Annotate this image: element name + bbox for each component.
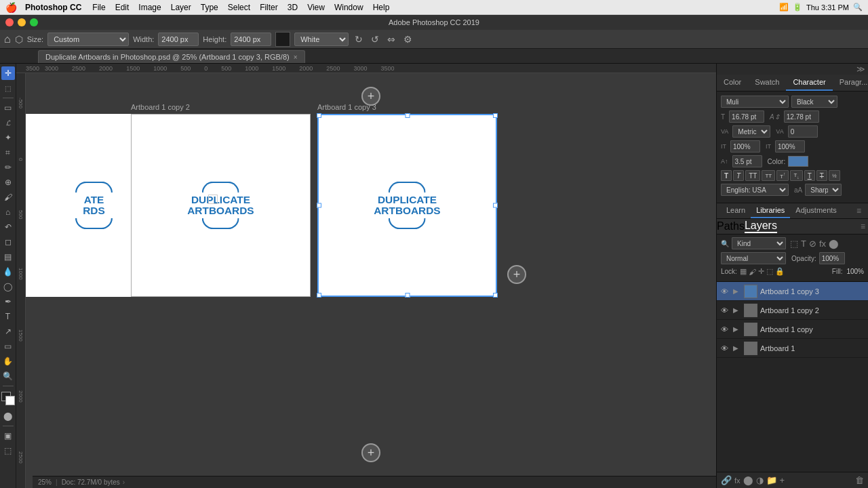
apple-menu[interactable]: 🍎 [5, 2, 17, 13]
dodge-tool[interactable]: ◯ [1, 280, 15, 293]
text-color-swatch[interactable] [788, 156, 808, 167]
tab-layers[interactable]: Layers [745, 220, 777, 233]
eye-copy2[interactable]: 👁 [721, 306, 730, 314]
height-input[interactable] [231, 33, 271, 46]
strike-btn[interactable]: T [816, 170, 827, 181]
new-layer-icon[interactable]: + [780, 475, 785, 485]
menu-image[interactable]: Image [138, 3, 161, 12]
layer-artboard-copy2[interactable]: 👁 ▶ Artboard 1 copy 2 [717, 301, 868, 320]
font-size-input[interactable] [729, 110, 764, 123]
layers-menu-icon[interactable]: ≡ [858, 219, 868, 234]
handle-bl[interactable] [317, 293, 321, 298]
artboard-partial[interactable]: ATE RDS [26, 114, 131, 297]
canvas-content[interactable]: -500 0 500 1000 1500 2000 2500 + [16, 73, 716, 488]
canvas-area[interactable]: 3500 3000 2500 2000 1500 1000 500 0 500 … [16, 64, 716, 488]
adjustment-icon[interactable]: ◑ [756, 475, 764, 485]
menu-3d[interactable]: 3D [288, 3, 298, 12]
tab-swatch[interactable]: Swatch [748, 75, 786, 91]
language-select[interactable]: English: USA [721, 184, 789, 196]
menu-edit[interactable]: Edit [115, 3, 130, 12]
path-select-tool[interactable]: ↗ [1, 325, 15, 338]
frame-tool[interactable]: ⬚ [1, 444, 15, 458]
small-caps-btn[interactable]: TT [762, 170, 775, 181]
lock-image-icon[interactable]: 🖌 [749, 268, 756, 276]
arrow-copy[interactable]: ▶ [733, 325, 741, 333]
eye-copy[interactable]: 👁 [721, 325, 730, 333]
tab-paths[interactable]: Paths [717, 220, 745, 232]
menu-view[interactable]: View [307, 3, 325, 12]
handle-top[interactable] [405, 113, 410, 118]
clone-tool[interactable]: ⌂ [1, 205, 15, 219]
tracking-input[interactable] [788, 125, 818, 138]
lasso-tool[interactable]: 𝓛 [1, 116, 15, 129]
close-tab-button[interactable]: × [294, 54, 298, 61]
rotate-ccw-icon[interactable]: ↺ [369, 34, 381, 45]
quick-mask-tool[interactable]: ⬤ [1, 409, 15, 423]
width-input[interactable] [158, 33, 199, 46]
scale-h-input[interactable] [775, 140, 805, 152]
art-area[interactable]: + ATE RDS [26, 73, 716, 476]
font-style-select[interactable]: Black [791, 96, 837, 108]
artboard-tool[interactable]: ⬚ [1, 81, 15, 95]
leading-input[interactable] [784, 110, 819, 123]
handle-bottom[interactable] [405, 293, 410, 298]
lock-all-icon[interactable]: 🔒 [775, 267, 785, 276]
canvas-color-select[interactable]: White [294, 33, 349, 46]
tab-adjustments[interactable]: Adjustments [790, 203, 842, 218]
layer-artboard-copy3[interactable]: 👁 ▶ Artboard 1 copy 3 [717, 282, 868, 301]
eye-copy3[interactable]: 👁 [721, 287, 730, 296]
brush-tool[interactable]: 🖌 [1, 190, 15, 204]
opacity-input[interactable] [819, 252, 845, 264]
menu-filter[interactable]: Filter [260, 3, 278, 12]
lock-artboard-icon[interactable]: ⬚ [766, 267, 773, 276]
scale-v-input[interactable] [730, 140, 760, 152]
add-artboard-right[interactable]: + [507, 265, 526, 284]
wand-tool[interactable]: ✦ [1, 131, 15, 144]
tab-learn[interactable]: Learn [721, 203, 751, 218]
eye-ab1[interactable]: 👁 [721, 344, 730, 352]
handle-left[interactable] [317, 203, 321, 208]
menu-file[interactable]: File [92, 3, 105, 12]
tab-libraries[interactable]: Libraries [751, 203, 790, 218]
foreground-background-colors[interactable] [1, 392, 15, 405]
arrow-ab1[interactable]: ▶ [733, 344, 741, 352]
tab-color[interactable]: Color [717, 75, 748, 91]
menu-window[interactable]: Window [334, 3, 363, 12]
handle-tr[interactable] [493, 113, 498, 118]
menu-select[interactable]: Select [228, 3, 250, 12]
size-select[interactable]: Custom [47, 33, 129, 46]
lock-transparent-icon[interactable]: ▦ [740, 267, 747, 276]
menu-help[interactable]: Help [373, 3, 390, 12]
add-artboard-bottom[interactable]: + [361, 443, 380, 462]
maximize-button[interactable] [30, 18, 38, 26]
artboard-copy3-container[interactable]: Artboard 1 copy 3 [317, 114, 497, 297]
document-tab[interactable]: Duplicate Artboards in Photoshop.psd @ 2… [38, 50, 305, 63]
screen-mode-tool[interactable]: ▣ [1, 429, 15, 443]
layer-artboard-copy[interactable]: 👁 ▶ Artboard 1 copy [717, 320, 868, 339]
bold-btn[interactable]: T [721, 170, 732, 181]
move-tool[interactable]: ✛ [1, 66, 15, 80]
panel-menu-icon[interactable]: ≡ [854, 203, 864, 218]
minimize-button[interactable] [18, 18, 26, 26]
sub-btn[interactable]: T↓ [790, 170, 802, 181]
panel-collapse-btn[interactable]: ≫ [856, 64, 865, 74]
frac-btn[interactable]: ½ [829, 170, 840, 181]
marquee-tool[interactable]: ▭ [1, 101, 15, 115]
hand-tool[interactable]: ✋ [1, 354, 15, 368]
handle-br[interactable] [493, 293, 498, 298]
handle-tl[interactable] [317, 113, 321, 118]
crop-tool[interactable]: ⌗ [1, 146, 15, 159]
handle-right[interactable] [493, 203, 498, 208]
menu-type[interactable]: Type [201, 3, 218, 12]
tab-character[interactable]: Character [786, 75, 832, 91]
underline-btn[interactable]: T [804, 170, 815, 181]
font-name-select[interactable]: Muli [721, 96, 789, 108]
canvas-color-swatch[interactable] [275, 32, 290, 47]
arrow-copy2[interactable]: ▶ [733, 306, 741, 314]
lock-position-icon[interactable]: ✛ [758, 267, 764, 276]
mask-icon[interactable]: ⬤ [743, 475, 753, 485]
blend-mode-select[interactable]: Normal [721, 252, 786, 264]
type-tool[interactable]: T [1, 310, 15, 323]
gradient-tool[interactable]: ▤ [1, 250, 15, 264]
flip-h-icon[interactable]: ⇔ [385, 34, 397, 45]
